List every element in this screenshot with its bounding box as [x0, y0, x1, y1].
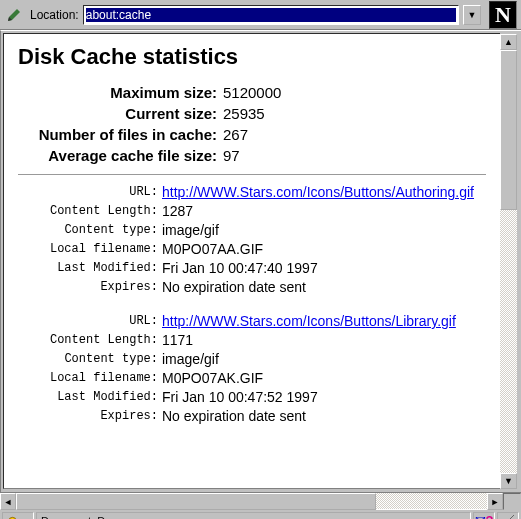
entry-label: Local filename:	[18, 240, 162, 258]
scroll-thumb[interactable]	[16, 493, 376, 510]
cache-url-link[interactable]: http://WWW.Stars.com/Icons/Buttons/Autho…	[162, 184, 474, 200]
chevron-left-icon: ◄	[4, 497, 13, 507]
stats-row: Number of files in cache: 267	[18, 126, 486, 143]
entry-label: Content Length:	[18, 202, 162, 220]
entry-value: 1171	[162, 331, 193, 349]
location-input[interactable]	[86, 8, 456, 22]
entry-label: Expires:	[18, 278, 162, 296]
entry-label: Expires:	[18, 407, 162, 425]
grip-icon	[502, 515, 514, 520]
entry-value: No expiration date sent	[162, 407, 306, 425]
entry-label: Content Length:	[18, 331, 162, 349]
stats-row: Average cache file size: 97	[18, 147, 486, 164]
scroll-up-button[interactable]: ▲	[500, 34, 517, 50]
entry-label: Last Modified:	[18, 259, 162, 277]
entry-value: 1287	[162, 202, 193, 220]
mail-button[interactable]: ✉?	[473, 512, 495, 520]
chevron-right-icon: ►	[491, 497, 500, 507]
chevron-down-icon: ▼	[504, 476, 513, 486]
entry-label: Last Modified:	[18, 388, 162, 406]
entry-value: Fri Jan 10 00:47:52 1997	[162, 388, 318, 406]
netscape-logo[interactable]: N	[489, 1, 517, 29]
divider	[18, 174, 486, 175]
entry-label: Local filename:	[18, 369, 162, 387]
content-area: Disk Cache statistics Maximum size: 5120…	[0, 30, 521, 492]
stats-row: Current size: 25935	[18, 105, 486, 122]
stats-table: Maximum size: 5120000 Current size: 2593…	[18, 84, 486, 164]
status-text: Document: Done	[36, 512, 471, 520]
entry-value: Fri Jan 10 00:47:40 1997	[162, 259, 318, 277]
scroll-track[interactable]	[16, 493, 487, 509]
entry-label: URL:	[18, 312, 162, 330]
scroll-corner	[503, 493, 521, 510]
location-label: Location:	[30, 8, 79, 22]
entry-value: No expiration date sent	[162, 278, 306, 296]
netscape-n-icon: N	[495, 2, 511, 28]
document-viewport: Disk Cache statistics Maximum size: 5120…	[3, 33, 500, 489]
question-icon: ?	[486, 513, 494, 519]
status-bar: Document: Done ✉?	[0, 509, 521, 519]
horizontal-scrollbar[interactable]: ◄ ►	[0, 492, 521, 509]
toolbar: Location: ▼ N	[0, 0, 521, 30]
vertical-scrollbar[interactable]: ▲ ▼	[500, 34, 517, 489]
cache-entry: URL:http://WWW.Stars.com/Icons/Buttons/L…	[18, 312, 486, 425]
scroll-track[interactable]	[500, 50, 517, 473]
scroll-thumb[interactable]	[500, 50, 517, 210]
stats-row: Maximum size: 5120000	[18, 84, 486, 101]
entry-label: Content type:	[18, 350, 162, 368]
key-icon	[7, 515, 29, 520]
entry-value: M0PO07AA.GIF	[162, 240, 263, 258]
stats-value: 5120000	[223, 84, 281, 101]
entry-label: Content type:	[18, 221, 162, 239]
stats-label: Current size:	[18, 105, 223, 122]
scroll-right-button[interactable]: ►	[487, 493, 503, 510]
location-field[interactable]	[83, 5, 459, 25]
stats-value: 267	[223, 126, 248, 143]
page-title: Disk Cache statistics	[18, 44, 486, 70]
resize-grip[interactable]	[497, 512, 519, 520]
mail-icon: ✉	[475, 513, 486, 519]
stats-value: 97	[223, 147, 240, 164]
cache-entry: URL:http://WWW.Stars.com/Icons/Buttons/A…	[18, 183, 486, 296]
entry-value: image/gif	[162, 221, 219, 239]
entry-label: URL:	[18, 183, 162, 201]
stats-label: Maximum size:	[18, 84, 223, 101]
scroll-down-button[interactable]: ▼	[500, 473, 517, 489]
chevron-up-icon: ▲	[504, 37, 513, 47]
chevron-down-icon: ▼	[468, 10, 477, 20]
location-dropdown-button[interactable]: ▼	[463, 5, 481, 25]
stats-value: 25935	[223, 105, 265, 122]
cache-url-link[interactable]: http://WWW.Stars.com/Icons/Buttons/Libra…	[162, 313, 456, 329]
stats-label: Average cache file size:	[18, 147, 223, 164]
entry-value: image/gif	[162, 350, 219, 368]
security-indicator[interactable]	[2, 512, 34, 520]
entry-value: M0PO07AK.GIF	[162, 369, 263, 387]
scroll-left-button[interactable]: ◄	[0, 493, 16, 510]
edit-icon	[4, 5, 24, 25]
stats-label: Number of files in cache:	[18, 126, 223, 143]
